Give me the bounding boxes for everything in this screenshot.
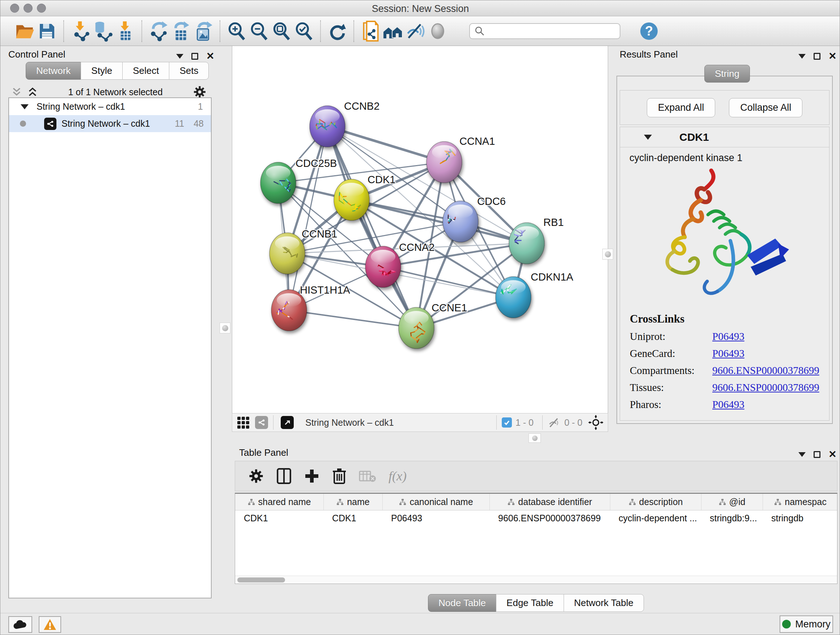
node-CCNA1[interactable] (426, 141, 462, 183)
hide-annotations-button[interactable] (404, 20, 426, 42)
scrollbar-thumb[interactable] (237, 578, 285, 583)
crosslink-value-link[interactable]: 9606.ENSP00000378699 (712, 364, 819, 376)
edge-CCNA2-CDKN1A[interactable] (383, 267, 513, 297)
expand-all-button[interactable]: Expand All (647, 98, 715, 117)
panel-menu-icon[interactable] (798, 452, 806, 457)
node-CDK1[interactable] (334, 179, 369, 220)
edge-CCNB2-CCNE1[interactable] (327, 126, 416, 328)
help-button[interactable]: ? (638, 20, 660, 42)
import-network-file-button[interactable] (69, 20, 92, 42)
pan-crosshair-icon[interactable] (588, 415, 603, 430)
tab-node-table[interactable]: Node Table (428, 594, 496, 612)
node-CDC25B[interactable] (261, 162, 296, 203)
column-header-description[interactable]: description (610, 494, 701, 510)
column-header-database-identifier[interactable]: database identifier (489, 494, 610, 510)
node-CDC6[interactable] (443, 201, 478, 242)
delete-column-trash-icon[interactable] (332, 468, 347, 485)
selected-checkbox-icon[interactable] (502, 417, 512, 428)
search-field[interactable] (469, 23, 621, 39)
crosslink-value-link[interactable]: P06493 (712, 331, 745, 342)
zoom-out-button[interactable] (248, 20, 270, 42)
tab-style[interactable]: Style (81, 62, 123, 80)
collapse-all-icon[interactable] (11, 87, 22, 97)
panel-close-icon[interactable]: ✕ (829, 451, 837, 458)
table-horizontal-scrollbar[interactable] (235, 576, 837, 584)
node-CCNA2[interactable] (365, 246, 401, 287)
table-row[interactable]: CDK1CDK1P064939606.ENSP00000378699cyclin… (235, 510, 837, 526)
network-graph[interactable]: CCNB2CCNA1CDC25BCDK1CDC6RB1CCNB1CCNA2CDK… (232, 46, 608, 413)
table-cell[interactable]: stringdb (763, 510, 837, 526)
crosslink-value-link[interactable]: 9606.ENSP00000378699 (712, 382, 819, 393)
zoom-in-button[interactable] (225, 20, 248, 42)
table-cell[interactable]: CDK1 (324, 510, 382, 526)
birds-eye-view-icon[interactable] (237, 417, 249, 429)
warnings-button[interactable] (39, 616, 61, 633)
panel-float-icon[interactable] (813, 53, 821, 60)
edge-HIST1H1A-CCNE1[interactable] (289, 310, 416, 328)
panel-close-icon[interactable]: ✕ (206, 52, 215, 60)
column-header--id[interactable]: @id (701, 494, 763, 510)
zoom-fit-button[interactable] (270, 20, 293, 42)
table-cell[interactable]: P06493 (382, 510, 489, 526)
show-columns-icon[interactable] (276, 468, 292, 485)
network-collection-row[interactable]: String Network – cdk1 1 (9, 98, 211, 115)
network-row[interactable]: String Network – cdk1 11 48 (9, 115, 211, 132)
tab-network-table[interactable]: Network Table (564, 594, 644, 612)
tab-network[interactable]: Network (26, 62, 81, 80)
show-graphics-details-button[interactable] (426, 20, 449, 42)
network-view-canvas[interactable]: CCNB2CCNA1CDC25BCDK1CDC6RB1CCNB1CCNA2CDK… (232, 46, 608, 413)
edge-CCNB2-CCNA1[interactable] (327, 126, 444, 162)
hidden-eye-icon[interactable] (548, 417, 561, 428)
open-session-button[interactable] (13, 20, 36, 42)
panel-float-icon[interactable] (813, 451, 821, 458)
node-CCNE1[interactable] (399, 307, 434, 348)
network-from-document-button[interactable] (359, 20, 382, 42)
import-network-database-button[interactable] (92, 20, 114, 42)
tab-select[interactable]: Select (122, 62, 169, 80)
table-cell[interactable]: stringdb:9... (701, 510, 763, 526)
string-tools-icon[interactable] (255, 416, 268, 429)
add-column-plus-icon[interactable] (304, 468, 320, 484)
tree-expander-icon[interactable] (21, 104, 28, 109)
open-in-window-icon[interactable] (281, 416, 294, 429)
memory-button[interactable]: Memory (780, 616, 833, 633)
section-expander-icon[interactable] (644, 135, 652, 140)
tab-string[interactable]: String (704, 65, 750, 82)
bottom-splitter-handle[interactable] (529, 433, 541, 443)
zoom-selected-button[interactable] (293, 20, 315, 42)
panel-menu-icon[interactable] (176, 54, 183, 59)
node-HIST1H1A[interactable] (271, 290, 307, 331)
column-header-namespac[interactable]: namespac (763, 494, 837, 510)
search-input[interactable] (485, 26, 608, 36)
node-CCNB2[interactable] (309, 106, 345, 147)
table-cell[interactable]: 9606.ENSP00000378699 (489, 510, 610, 526)
tab-sets[interactable]: Sets (169, 62, 209, 80)
column-header-canonical-name[interactable]: canonical name (382, 494, 489, 510)
cloud-status-button[interactable] (8, 616, 32, 633)
export-image-button[interactable] (192, 20, 215, 42)
table-cell[interactable]: cyclin-dependent ... (610, 510, 701, 526)
panel-float-icon[interactable] (191, 53, 198, 60)
expand-all-icon[interactable] (27, 87, 38, 97)
left-splitter-handle[interactable] (219, 323, 231, 333)
protein-section-header[interactable]: CDK1 (620, 127, 829, 147)
network-overview-button[interactable] (382, 20, 404, 42)
node-RB1[interactable] (509, 223, 545, 264)
refresh-view-button[interactable] (326, 20, 348, 42)
crosslink-value-link[interactable]: P06493 (712, 399, 745, 410)
column-header-shared-name[interactable]: shared name (235, 494, 324, 510)
collapse-all-button[interactable]: Collapse All (729, 98, 802, 117)
panel-close-icon[interactable]: ✕ (829, 52, 837, 60)
tab-edge-table[interactable]: Edge Table (496, 594, 564, 612)
crosslink-value-link[interactable]: P06493 (712, 348, 745, 359)
save-session-button[interactable] (36, 20, 58, 42)
panel-menu-icon[interactable] (798, 54, 806, 59)
import-table-button[interactable] (114, 20, 136, 42)
right-splitter-handle[interactable] (602, 249, 613, 260)
column-header-name[interactable]: name (324, 494, 382, 510)
table-cell[interactable]: CDK1 (235, 510, 324, 526)
node-CDKN1A[interactable] (496, 277, 531, 318)
gear-icon[interactable] (193, 85, 207, 99)
node-table[interactable]: shared namenamecanonical namedatabase id… (235, 493, 837, 584)
table-settings-gear-icon[interactable] (248, 468, 264, 484)
